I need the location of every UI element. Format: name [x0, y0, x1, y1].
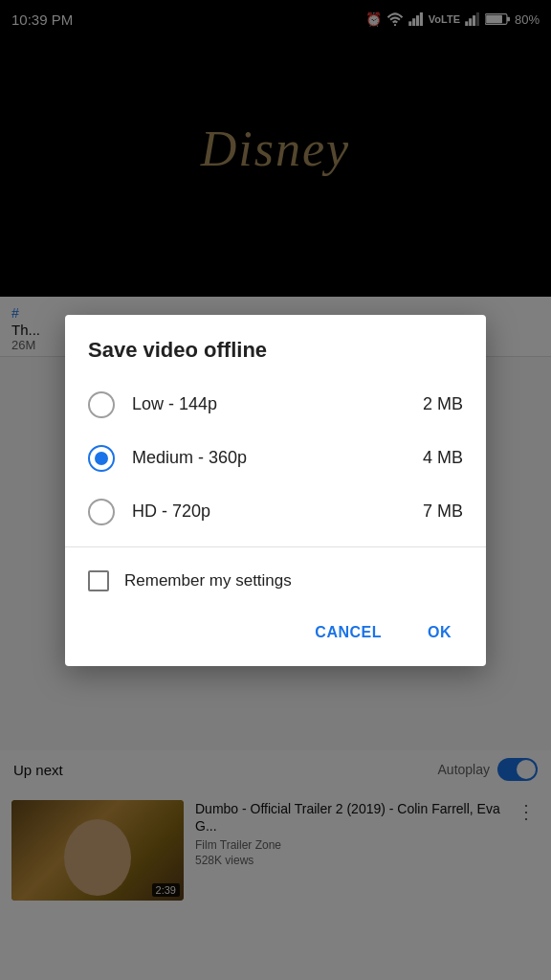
quality-label-low: Low - 144p — [132, 394, 423, 414]
dialog-buttons: CANCEL OK — [65, 607, 486, 666]
radio-medium — [88, 445, 115, 472]
remember-label: Remember my settings — [124, 571, 292, 590]
quality-size-low: 2 MB — [423, 394, 463, 414]
quality-size-medium: 4 MB — [423, 448, 463, 468]
quality-label-hd: HD - 720p — [132, 501, 423, 522]
dialog-divider — [65, 546, 486, 547]
quality-size-hd: 7 MB — [423, 501, 463, 522]
quality-option-low[interactable]: Low - 144p 2 MB — [88, 378, 463, 432]
radio-medium-inner — [95, 452, 108, 465]
quality-label-medium: Medium - 360p — [132, 448, 423, 468]
remember-settings-row[interactable]: Remember my settings — [65, 555, 486, 607]
radio-low — [88, 391, 115, 418]
quality-option-hd[interactable]: HD - 720p 7 MB — [88, 485, 463, 539]
radio-hd — [88, 499, 115, 525]
quality-options: Low - 144p 2 MB Medium - 360p 4 MB HD - … — [65, 378, 486, 539]
dialog-title: Save video offline — [65, 315, 486, 378]
save-video-dialog: Save video offline Low - 144p 2 MB Mediu… — [65, 315, 486, 666]
dialog-overlay: Save video offline Low - 144p 2 MB Mediu… — [0, 0, 551, 980]
remember-checkbox[interactable] — [88, 570, 109, 591]
quality-option-medium[interactable]: Medium - 360p 4 MB — [88, 432, 463, 485]
ok-button[interactable]: OK — [408, 614, 471, 651]
cancel-button[interactable]: CANCEL — [296, 614, 401, 651]
